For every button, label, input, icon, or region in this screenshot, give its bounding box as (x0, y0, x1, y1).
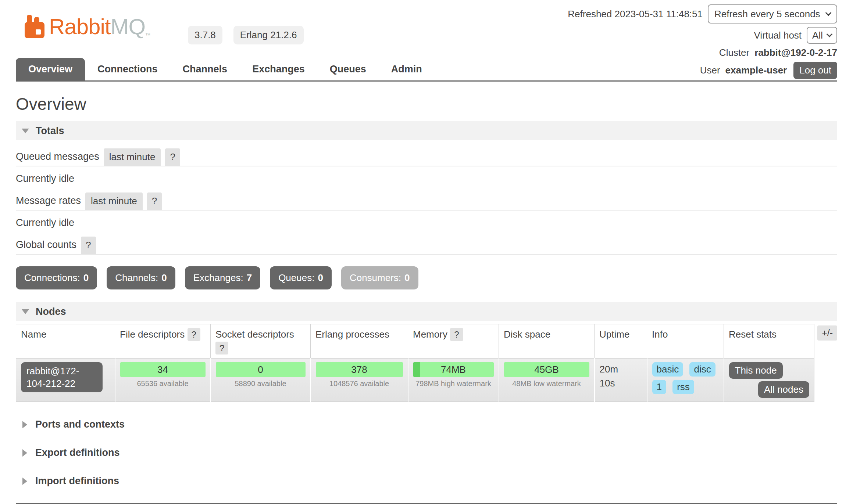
file-descriptors-cell: 34 65536 available (115, 359, 211, 402)
uptime-cell: 20m 10s (595, 359, 647, 402)
rabbitmq-version-badge: 3.7.8 (188, 26, 222, 44)
col-header-erlang-processes: Erlang processes (311, 324, 408, 359)
nodes-table: Name File descriptors ? Socket descripto… (16, 324, 814, 402)
rabbitmq-logo[interactable]: RabbitMQ™ (24, 15, 150, 47)
col-header-uptime: Uptime (595, 324, 647, 359)
erlang-processes-bar: 378 (316, 362, 403, 377)
tab-exchanges[interactable]: Exchanges (240, 58, 317, 80)
node-row: rabbit@172-104-212-22 34 65536 available (16, 359, 814, 402)
connections-counter[interactable]: Connections:0 (16, 266, 97, 289)
table-header-row: Name File descriptors ? Socket descripto… (16, 324, 814, 359)
consumers-counter[interactable]: Consumers:0 (341, 266, 418, 289)
reset-stats-cell: This node All nodes (724, 359, 814, 402)
nodes-table-area: +/- Name File descriptors ? S (16, 324, 837, 402)
info-badge-disc: disc (689, 362, 715, 377)
main-content: Overview Totals Queued messages last min… (16, 94, 837, 487)
queued-messages-row: Queued messages last minute ? (16, 148, 837, 166)
trademark-symbol: ™ (145, 32, 150, 38)
erlang-processes-cell: 378 1048576 available (311, 359, 408, 402)
global-counts-row: Global counts ? (16, 237, 837, 255)
memory-bar: 74MB (413, 362, 494, 377)
virtual-host-select[interactable]: All (807, 27, 837, 44)
tab-overview[interactable]: Overview (16, 58, 85, 80)
message-rates-range-selector[interactable]: last minute (85, 192, 143, 210)
exchanges-counter[interactable]: Exchanges:7 (185, 266, 260, 289)
collapse-triangle-icon (22, 129, 29, 133)
tab-queues[interactable]: Queues (317, 58, 379, 80)
cluster-label: Cluster (719, 47, 749, 58)
queued-messages-idle-text: Currently idle (16, 173, 837, 184)
info-cell: basic disc 1 rss (647, 359, 724, 402)
refreshed-timestamp: Refreshed 2023-05-31 11:48:51 (568, 8, 703, 20)
reset-this-node-button[interactable]: This node (729, 362, 783, 379)
reset-all-nodes-button[interactable]: All nodes (758, 381, 809, 398)
socket-descriptors-bar: 0 (216, 362, 306, 377)
info-badge-basic: basic (652, 362, 684, 377)
socket-descriptors-available: 58890 available (216, 379, 306, 388)
memory-help-icon[interactable]: ? (450, 328, 463, 341)
col-header-reset-stats: Reset stats (724, 324, 814, 359)
global-counts-label: Global counts (16, 239, 76, 254)
col-header-file-descriptors: File descriptors ? (115, 324, 211, 359)
expand-triangle-icon (22, 421, 27, 428)
socket-descriptors-help-icon[interactable]: ? (215, 342, 228, 354)
channels-counter[interactable]: Channels:0 (107, 266, 175, 289)
message-rates-help-icon[interactable]: ? (147, 192, 162, 210)
disk-space-cell: 45GB 48MB low watermark (499, 359, 595, 402)
refresh-interval-select[interactable]: Refresh every 5 seconds (708, 4, 837, 24)
disk-space-watermark: 48MB low watermark (504, 379, 589, 388)
chevron-down-icon (825, 10, 832, 16)
queued-messages-help-icon[interactable]: ? (165, 148, 180, 166)
header: RabbitMQ™ 3.7.8 Erlang 21.2.6 Refreshed … (16, 0, 837, 82)
header-status-area: Refreshed 2023-05-31 11:48:51 Refresh ev… (568, 4, 837, 79)
logout-button[interactable]: Log out (793, 62, 837, 79)
memory-cell: 74MB 798MB high watermark (408, 359, 499, 402)
expand-triangle-icon (22, 449, 27, 457)
message-rates-label: Message rates (16, 195, 81, 210)
chevron-down-icon (827, 31, 833, 37)
memory-watermark: 798MB high watermark (413, 379, 494, 388)
export-definitions-section[interactable]: Export definitions (22, 447, 837, 458)
refresh-interval-value: Refresh every 5 seconds (714, 8, 820, 20)
queues-counter[interactable]: Queues:0 (270, 266, 332, 289)
node-name-cell: rabbit@172-104-212-22 (16, 359, 115, 402)
rabbit-logo-icon (24, 15, 45, 39)
tab-channels[interactable]: Channels (170, 58, 240, 80)
rabbitmq-wordmark: RabbitMQ™ (49, 15, 150, 47)
erlang-version-badge: Erlang 21.2.6 (233, 26, 304, 44)
expand-triangle-icon (22, 478, 27, 485)
column-toggle-button[interactable]: +/- (817, 325, 837, 341)
nodes-section-header[interactable]: Nodes (16, 302, 837, 321)
tab-connections[interactable]: Connections (85, 58, 170, 80)
user-name: example-user (725, 65, 787, 76)
message-rates-idle-text: Currently idle (16, 217, 837, 228)
queued-messages-label: Queued messages (16, 151, 99, 166)
collapse-triangle-icon (22, 309, 29, 314)
col-header-disk-space: Disk space (499, 324, 595, 359)
nodes-section-title: Nodes (36, 306, 66, 317)
global-counters: Connections:0 Channels:0 Exchanges:7 Que… (16, 266, 837, 289)
import-definitions-section[interactable]: Import definitions (22, 475, 837, 487)
tab-admin[interactable]: Admin (379, 58, 435, 80)
disk-space-bar: 45GB (504, 362, 589, 377)
info-badge-rss: rss (672, 380, 694, 394)
erlang-processes-available: 1048576 available (316, 379, 403, 388)
file-descriptors-help-icon[interactable]: ? (188, 328, 200, 341)
file-descriptors-bar: 34 (120, 362, 206, 377)
totals-section-title: Totals (36, 125, 64, 137)
ports-and-contexts-section[interactable]: Ports and contexts (22, 419, 837, 430)
global-counts-help-icon[interactable]: ? (81, 237, 96, 254)
col-header-memory: Memory ? (408, 324, 499, 359)
virtual-host-value: All (812, 30, 823, 41)
message-rates-row: Message rates last minute ? (16, 192, 837, 210)
version-badges: 3.7.8 Erlang 21.2.6 (188, 26, 304, 44)
user-label: User (700, 65, 720, 76)
info-badge-version: 1 (652, 380, 666, 394)
col-header-name: Name (16, 324, 115, 359)
col-header-socket-descriptors: Socket descriptors ? (211, 324, 311, 359)
page-title: Overview (16, 94, 837, 114)
col-header-info: Info (647, 324, 724, 359)
queued-messages-range-selector[interactable]: last minute (104, 148, 161, 166)
node-name-link[interactable]: rabbit@172-104-212-22 (21, 362, 103, 392)
totals-section-header[interactable]: Totals (16, 121, 837, 140)
